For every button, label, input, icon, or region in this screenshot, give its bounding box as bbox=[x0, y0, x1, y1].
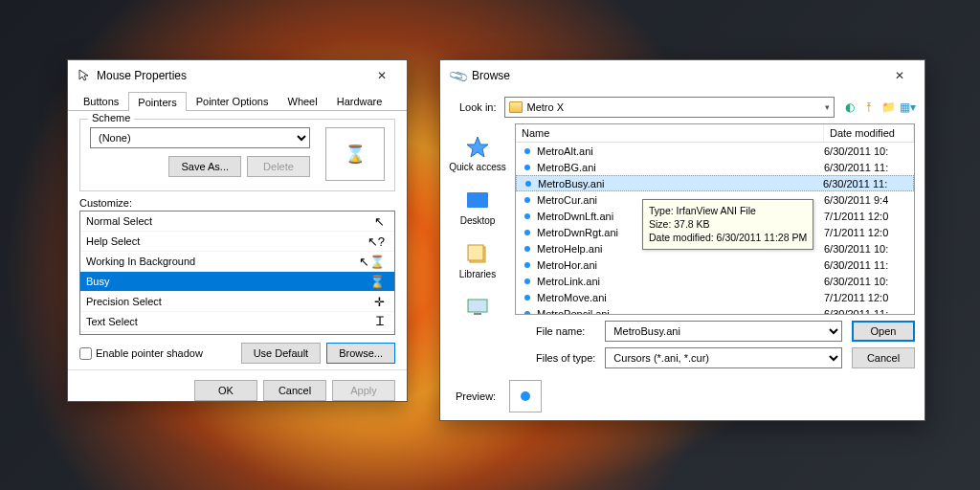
svg-rect-1 bbox=[467, 192, 488, 208]
filename-label: File name: bbox=[536, 325, 595, 337]
svg-rect-3 bbox=[468, 245, 483, 260]
cursor-preview bbox=[509, 380, 542, 412]
file-row[interactable]: MetroBG.ani6/30/2011 11: bbox=[516, 159, 914, 175]
browse-dialog: 📎 Browse ✕ Look in: Metro X ▾ ◐ ⭱ 📁 ▦▾ Q… bbox=[439, 59, 925, 421]
window-title: Browse bbox=[472, 69, 510, 82]
browse-button[interactable]: Browse... bbox=[326, 343, 395, 364]
look-in-label: Look in: bbox=[459, 101, 497, 113]
places-libraries[interactable]: Libraries bbox=[446, 238, 509, 282]
cursor-list-item[interactable]: Normal Select↖ bbox=[80, 212, 394, 232]
scheme-preview: ⌛ bbox=[325, 127, 385, 181]
libraries-icon bbox=[463, 241, 492, 266]
titlebar[interactable]: Mouse Properties ✕ bbox=[68, 60, 407, 91]
svg-point-9 bbox=[524, 165, 530, 170]
cursor-list-item[interactable]: Precision Select✛ bbox=[80, 292, 394, 312]
ani-file-icon bbox=[520, 145, 534, 158]
cancel-button[interactable]: Cancel bbox=[852, 347, 915, 368]
delete-button[interactable]: Delete bbox=[247, 156, 310, 177]
filetype-select[interactable]: Cursors (*.ani, *.cur) bbox=[605, 347, 842, 368]
preview-label: Preview: bbox=[456, 390, 496, 402]
customize-label: Customize: bbox=[79, 197, 395, 209]
file-row[interactable]: MetroHor.ani6/30/2011 11: bbox=[516, 256, 914, 273]
filename-input[interactable]: MetroBusy.ani bbox=[605, 321, 842, 342]
close-button[interactable]: ✕ bbox=[361, 66, 403, 85]
svg-point-13 bbox=[524, 230, 530, 235]
ani-file-icon bbox=[520, 291, 534, 304]
file-row[interactable]: MetroLink.ani6/30/2011 10: bbox=[516, 273, 914, 289]
svg-marker-0 bbox=[467, 137, 488, 157]
file-row[interactable]: MetroMove.ani7/1/2011 12:0 bbox=[516, 289, 914, 305]
close-button[interactable]: ✕ bbox=[879, 66, 921, 85]
svg-point-11 bbox=[524, 197, 530, 203]
views-icon[interactable]: ▦▾ bbox=[900, 100, 915, 115]
ok-button[interactable]: OK bbox=[194, 380, 257, 401]
cursor-icon bbox=[78, 69, 91, 82]
pc-icon bbox=[463, 295, 492, 315]
hourglass-icon: ⌛ bbox=[345, 144, 366, 165]
tab-wheel[interactable]: Wheel bbox=[278, 91, 327, 110]
apply-button[interactable]: Apply bbox=[332, 380, 395, 401]
ani-file-icon bbox=[521, 177, 535, 190]
file-row[interactable]: MetroPencil.ani6/30/2011 11: bbox=[516, 305, 914, 314]
look-in-select[interactable]: Metro X ▾ bbox=[504, 97, 835, 118]
svg-point-17 bbox=[524, 295, 530, 301]
mouse-properties-window: Mouse Properties ✕ Buttons Pointers Poin… bbox=[67, 59, 408, 402]
file-row[interactable]: MetroBusy.ani6/30/2011 11: bbox=[516, 175, 914, 191]
places-bar: Quick accessDesktopLibrariesThis PCNetwo… bbox=[440, 123, 515, 315]
tab-buttons[interactable]: Buttons bbox=[74, 91, 128, 110]
file-list-panel: Name Date modified MetroAlt.ani6/30/2011… bbox=[515, 123, 915, 315]
chevron-down-icon: ▾ bbox=[825, 102, 830, 112]
scheme-label: Scheme bbox=[88, 112, 134, 123]
desktop-icon bbox=[463, 188, 492, 212]
back-icon[interactable]: ◐ bbox=[842, 100, 858, 115]
save-as-button[interactable]: Save As... bbox=[168, 156, 241, 177]
ani-file-icon bbox=[520, 242, 534, 256]
file-tooltip: Type: IrfanView ANI File Size: 37.8 KB D… bbox=[642, 199, 813, 250]
file-row[interactable]: MetroAlt.ani6/30/2011 10: bbox=[516, 143, 914, 159]
ani-file-icon bbox=[520, 193, 534, 207]
cursor-list-item[interactable]: Working In Background↖⌛ bbox=[80, 252, 394, 272]
ani-file-icon bbox=[520, 307, 534, 315]
svg-point-15 bbox=[524, 262, 530, 268]
svg-point-12 bbox=[524, 213, 530, 219]
places-desktop[interactable]: Desktop bbox=[446, 185, 509, 229]
cursor-list-item[interactable]: Help Select↖? bbox=[80, 232, 394, 252]
filetype-label: Files of type: bbox=[536, 352, 595, 364]
star-icon bbox=[463, 134, 492, 159]
svg-point-10 bbox=[525, 181, 531, 187]
tabs: Buttons Pointers Pointer Options Wheel H… bbox=[68, 91, 407, 111]
scheme-select[interactable]: (None) bbox=[90, 127, 310, 148]
ani-file-icon bbox=[520, 210, 534, 223]
ani-file-icon bbox=[520, 258, 534, 272]
window-title: Mouse Properties bbox=[97, 69, 187, 82]
cursor-list-item[interactable]: Busy⌛ bbox=[80, 272, 394, 292]
file-list-header[interactable]: Name Date modified bbox=[516, 124, 914, 143]
up-icon[interactable]: ⭱ bbox=[861, 100, 877, 115]
svg-rect-4 bbox=[468, 300, 487, 312]
svg-point-8 bbox=[524, 148, 530, 154]
tab-pointers[interactable]: Pointers bbox=[128, 92, 186, 111]
places-this-pc[interactable]: This PC bbox=[446, 292, 509, 315]
ani-file-icon bbox=[520, 275, 534, 288]
new-folder-icon[interactable]: 📁 bbox=[880, 100, 896, 115]
cancel-button[interactable]: Cancel bbox=[263, 380, 326, 401]
tab-hardware[interactable]: Hardware bbox=[327, 91, 392, 110]
svg-point-18 bbox=[524, 311, 530, 315]
use-default-button[interactable]: Use Default bbox=[241, 343, 321, 364]
busy-dot-icon bbox=[521, 391, 530, 401]
titlebar[interactable]: 📎 Browse ✕ bbox=[440, 60, 924, 91]
paperclip-icon: 📎 bbox=[447, 65, 469, 86]
cursor-list-item[interactable]: Text SelectᏆ bbox=[80, 312, 394, 332]
folder-icon bbox=[509, 101, 523, 113]
open-button[interactable]: Open bbox=[852, 321, 915, 342]
ani-file-icon bbox=[520, 161, 534, 174]
tab-pointer-options[interactable]: Pointer Options bbox=[187, 91, 278, 110]
cursor-list[interactable]: Normal Select↖Help Select↖?Working In Ba… bbox=[79, 211, 395, 335]
scheme-group: Scheme (None) Save As... Delete ⌛ bbox=[79, 119, 395, 191]
ani-file-icon bbox=[520, 226, 534, 239]
svg-point-14 bbox=[524, 246, 530, 252]
places-quick-access[interactable]: Quick access bbox=[446, 131, 509, 175]
svg-point-16 bbox=[524, 278, 530, 284]
enable-shadow-checkbox[interactable]: Enable pointer shadow bbox=[79, 347, 203, 360]
